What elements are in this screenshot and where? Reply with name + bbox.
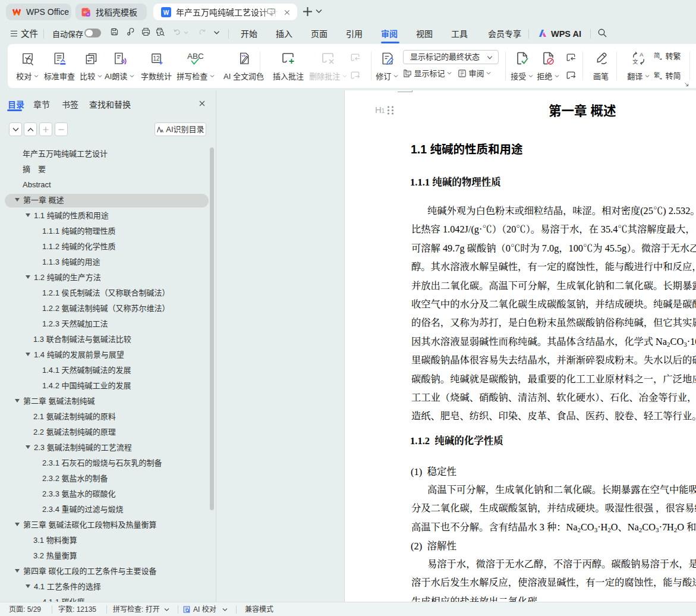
svg-text:12: 12 xyxy=(153,55,160,61)
svg-text:ABC: ABC xyxy=(187,52,204,61)
svg-text:W: W xyxy=(163,9,169,15)
svg-text:简: 简 xyxy=(654,51,660,59)
svg-text:繁: 繁 xyxy=(654,71,660,79)
svg-text:AI: AI xyxy=(87,13,89,16)
svg-text:文: 文 xyxy=(632,57,638,65)
svg-text:A: A xyxy=(640,52,644,58)
